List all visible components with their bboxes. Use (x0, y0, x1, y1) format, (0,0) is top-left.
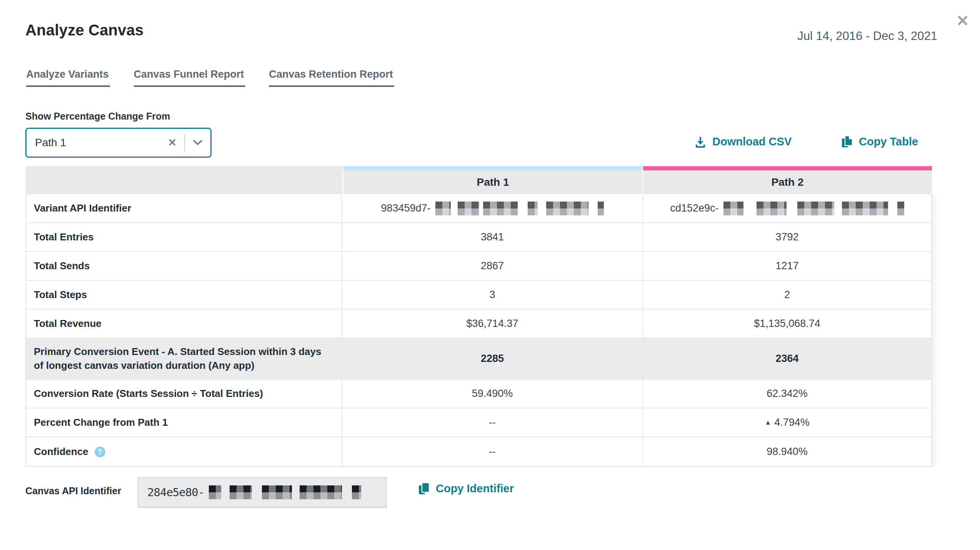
chevron-down-icon[interactable] (185, 140, 210, 146)
canvas-api-identifier-label: Canvas API Identifier (25, 485, 121, 497)
row-label: Variant API Identifier (26, 194, 342, 222)
table-row-conversion-rate: Conversion Rate (Starts Session ÷ Total … (26, 380, 931, 408)
redacted-id (435, 202, 604, 215)
path1-value: 3 (342, 281, 643, 309)
row-label: Primary Conversion Event - A. Started Se… (26, 338, 342, 379)
copy-icon (418, 482, 430, 495)
row-label: Total Entries (26, 223, 342, 251)
redacted-id (209, 485, 361, 499)
path2-value: ▲ 4.794% (643, 408, 931, 437)
row-label: Percent Change from Path 1 (26, 408, 342, 437)
header-empty-cell (25, 166, 342, 194)
copy-table-label: Copy Table (859, 135, 918, 148)
help-icon[interactable]: ? (95, 447, 105, 457)
variant-comparison-table: Path 1 Path 2 Variant API Identifier 983… (25, 166, 932, 467)
row-label: Total Revenue (26, 310, 342, 338)
row-label: Total Steps (26, 281, 342, 309)
table-row-variant-api: Variant API Identifier 983459d7- cd152e9… (26, 194, 931, 223)
table-row-total-entries: Total Entries 3841 3792 (26, 223, 931, 252)
path2-value: 2364 (643, 338, 931, 379)
row-label: Confidence ? (26, 437, 342, 466)
tab-bar: Analyze Variants Canvas Funnel Report Ca… (26, 68, 418, 87)
path2-value: $1,135,068.74 (643, 310, 931, 338)
table-row-total-steps: Total Steps 3 2 (26, 281, 931, 310)
path1-value: $36,714.37 (342, 310, 643, 338)
path1-value: -- (342, 408, 643, 437)
path2-value: 3792 (643, 223, 931, 251)
table-row-percent-change: Percent Change from Path 1 -- ▲ 4.794% (26, 408, 931, 437)
tab-analyze-variants[interactable]: Analyze Variants (26, 68, 110, 87)
canvas-api-identifier-value: 284e5e80- (137, 477, 387, 508)
copy-identifier-label: Copy Identifier (436, 482, 514, 495)
tab-canvas-retention-report[interactable]: Canvas Retention Report (269, 68, 394, 87)
table-row-total-sends: Total Sends 2867 1217 (26, 252, 931, 281)
close-icon[interactable]: ✕ (956, 13, 969, 28)
path1-value: 3841 (342, 223, 643, 251)
path2-value: 2 (643, 281, 931, 309)
table-row-total-revenue: Total Revenue $36,714.37 $1,135,068.74 (26, 310, 931, 338)
download-csv-label: Download CSV (712, 135, 792, 148)
table-row-confidence: Confidence ? -- 98.940% (26, 437, 931, 466)
copy-identifier-button[interactable]: Copy Identifier (418, 482, 514, 495)
clear-selection-icon[interactable]: ✕ (160, 137, 184, 149)
path2-value: 1217 (643, 252, 931, 280)
path2-value: 62.342% (643, 380, 931, 408)
arrow-up-icon: ▲ (765, 419, 771, 427)
redacted-id (723, 202, 904, 215)
download-csv-button[interactable]: Download CSV (694, 135, 792, 148)
date-range: Jul 14, 2016 - Dec 3, 2021 (797, 29, 937, 43)
download-icon (694, 136, 707, 148)
path1-value: 2867 (342, 252, 643, 280)
path1-value: 983459d7- (342, 194, 643, 222)
table-row-primary-conversion-event: Primary Conversion Event - A. Started Se… (26, 338, 931, 380)
copy-icon (841, 135, 853, 148)
path2-value: 98.940% (643, 437, 931, 466)
tab-canvas-funnel-report[interactable]: Canvas Funnel Report (134, 68, 245, 87)
path1-value: 59.490% (342, 380, 643, 408)
path1-value: -- (342, 437, 643, 466)
page-title: Analyze Canvas (25, 22, 143, 39)
path-select-dropdown[interactable]: Path 1 ✕ (25, 128, 212, 158)
path-select-value: Path 1 (27, 137, 160, 149)
header-path2: Path 2 (643, 166, 932, 194)
path1-value: 2285 (342, 338, 643, 379)
row-label: Conversion Rate (Starts Session ÷ Total … (26, 380, 342, 408)
row-label: Total Sends (26, 252, 342, 280)
header-path1: Path 1 (342, 166, 643, 194)
show-percentage-change-label: Show Percentage Change From (25, 111, 170, 122)
path2-value: cd152e9c- (643, 194, 931, 222)
table-header-row: Path 1 Path 2 (25, 166, 932, 194)
copy-table-button[interactable]: Copy Table (841, 135, 918, 148)
